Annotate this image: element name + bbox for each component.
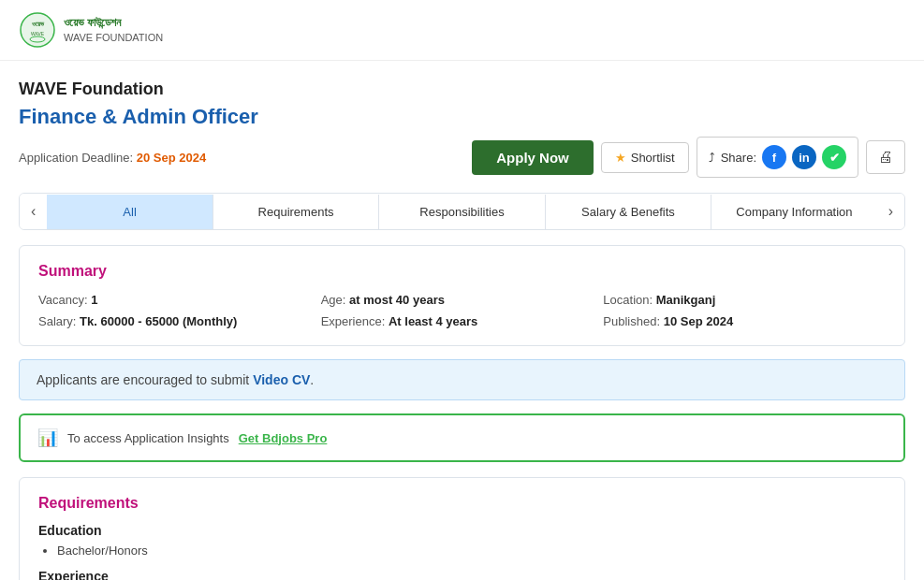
experience-label: Experience: [321, 314, 386, 328]
published-value: 10 Sep 2024 [664, 314, 733, 328]
summary-title: Summary [38, 263, 886, 280]
tabs-row: ‹ All Requirements Responsibilities Sala… [19, 193, 905, 230]
published-label: Published: [603, 314, 660, 328]
education-heading: Education [38, 523, 886, 538]
info-text-end: . [310, 372, 314, 387]
salary-value: Tk. 60000 - 65000 (Monthly) [80, 314, 237, 328]
pro-text: To access Application Insights [67, 431, 229, 445]
org-name-english: WAVE FOUNDATION [64, 31, 163, 44]
summary-grid: Vacancy: 1 Age: at most 40 years Locatio… [38, 293, 886, 328]
shortlist-label: Shortlist [631, 151, 675, 165]
org-name-bengali: ওয়েভ ফাউন্ডেশন [64, 16, 163, 31]
apply-button[interactable]: Apply Now [472, 140, 594, 175]
deadline-text: Application Deadline: 20 Sep 2024 [19, 151, 206, 165]
deadline-date: 20 Sep 2024 [137, 151, 206, 165]
whatsapp-icon[interactable]: ✔ [822, 145, 846, 169]
share-box: ⤴ Share: f in ✔ [697, 137, 858, 178]
job-title: Finance & Admin Officer [19, 105, 905, 129]
shortlist-button[interactable]: ★ Shortlist [601, 142, 689, 173]
vacancy-item: Vacancy: 1 [38, 293, 321, 307]
experience-heading: Experience [38, 569, 886, 580]
wave-foundation-logo: ওয়েভ WAVE [19, 11, 56, 49]
age-item: Age: at most 40 years [321, 293, 604, 307]
share-label: Share: [721, 151, 756, 165]
age-value: at most 40 years [349, 293, 445, 307]
location-item: Location: Manikganj [603, 293, 886, 307]
svg-text:WAVE: WAVE [31, 31, 45, 36]
logo-area: ওয়েভ WAVE ওয়েভ ফাউন্ডেশন WAVE FOUNDATI… [19, 11, 163, 49]
location-value: Manikganj [656, 293, 716, 307]
published-item: Published: 10 Sep 2024 [603, 314, 886, 328]
top-bar: ওয়েভ WAVE ওয়েভ ফাউন্ডেশন WAVE FOUNDATI… [0, 0, 924, 61]
requirements-title: Requirements [38, 495, 886, 512]
location-label: Location: [603, 293, 653, 307]
age-label: Age: [321, 293, 346, 307]
education-item-0: Bachelor/Honors [57, 544, 886, 558]
company-name: WAVE Foundation [19, 80, 905, 99]
print-button[interactable]: 🖨 [866, 140, 905, 174]
logo-text: ওয়েভ ফাউন্ডেশন WAVE FOUNDATION [64, 16, 163, 44]
education-list: Bachelor/Honors [57, 544, 886, 558]
info-text: Applicants are encouraged to submit [37, 372, 253, 387]
requirements-section: Requirements Education Bachelor/Honors E… [19, 477, 905, 580]
tab-responsibilities[interactable]: Responsibilities [378, 195, 544, 229]
tab-prev-arrow[interactable]: ‹ [20, 194, 47, 229]
salary-item: Salary: Tk. 60000 - 65000 (Monthly) [38, 314, 321, 328]
tab-company-information[interactable]: Company Information [711, 195, 876, 229]
facebook-icon[interactable]: f [762, 145, 786, 169]
action-bar: Apply Now ★ Shortlist ⤴ Share: f in ✔ 🖨 [472, 137, 905, 178]
vacancy-label: Vacancy: [38, 293, 88, 307]
tab-next-arrow[interactable]: › [877, 194, 904, 229]
experience-value: At least 4 years [389, 314, 477, 328]
tab-requirements[interactable]: Requirements [213, 195, 378, 229]
deadline-label: Application Deadline: [19, 151, 133, 165]
experience-item: Experience: At least 4 years [321, 314, 604, 328]
info-banner: Applicants are encouraged to submit Vide… [19, 359, 905, 400]
linkedin-icon[interactable]: in [792, 145, 816, 169]
share-icon: ⤴ [709, 151, 715, 165]
star-icon: ★ [615, 151, 626, 165]
pro-box: 📊 To access Application Insights Get Bdj… [19, 413, 905, 462]
tab-salary-benefits[interactable]: Salary & Benefits [545, 195, 711, 229]
summary-card: Summary Vacancy: 1 Age: at most 40 years… [19, 245, 905, 346]
salary-label: Salary: [38, 314, 76, 328]
svg-text:ওয়েভ: ওয়েভ [32, 21, 45, 27]
info-highlight: Video CV [253, 372, 310, 387]
get-bdjobs-pro-link[interactable]: Get Bdjobs Pro [239, 431, 328, 445]
insights-icon: 📊 [37, 428, 58, 448]
deadline-row: Application Deadline: 20 Sep 2024 Apply … [19, 137, 905, 178]
vacancy-value: 1 [91, 293, 97, 307]
tab-all[interactable]: All [47, 195, 212, 229]
